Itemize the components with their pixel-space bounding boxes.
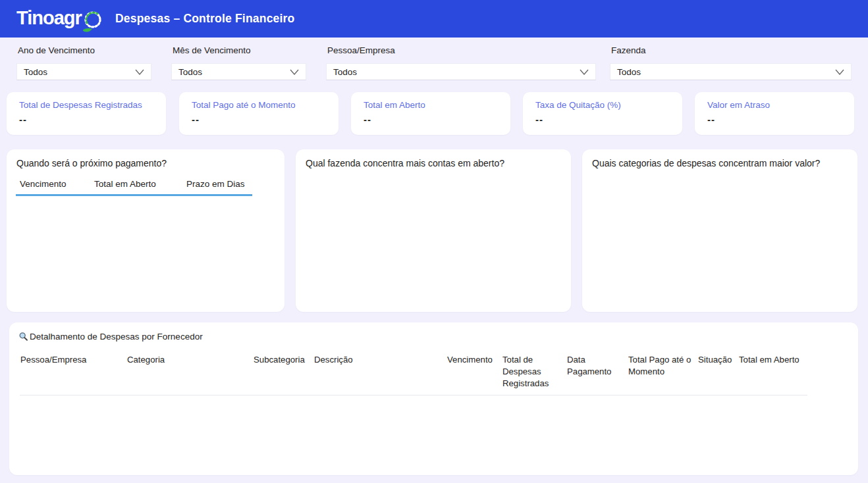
page-title: Despesas – Controle Financeiro [115,0,294,38]
column-header-total-em-aberto[interactable]: Total em Aberto [739,354,811,366]
column-header-categoria[interactable]: Categoria [127,354,246,366]
kpi-value: -- [535,114,543,125]
filter-label-ano-de-vencimento: Ano de Vencimento [18,45,95,55]
panel-categorias-maior-valor: Quais categorias de despesas concentram … [582,149,857,312]
logo-text: Tinoagr [16,5,82,31]
filter-label-fazenda: Fazenda [611,45,646,55]
column-header-total-pago-ate-momento[interactable]: Total Pago até o Momento [628,354,693,378]
table-header-separator [20,395,807,395]
kpi-card-valor-em-atraso: Valor em Atraso -- [695,92,854,135]
panel-detalhamento-despesas: Detalhamento de Despesas por Fornecedor … [9,322,858,475]
column-header-total-em-aberto[interactable]: Total em Aberto [94,179,156,189]
column-header-subcategoria[interactable]: Subcategoria [254,354,309,366]
column-header-situacao[interactable]: Situação [698,354,735,366]
kpi-card-total-em-aberto: Total em Aberto -- [351,92,510,135]
chevron-down-icon [290,69,299,75]
chevron-down-icon [835,69,844,75]
kpi-card-taxa-quitacao: Taxa de Quitação (%) -- [523,92,682,135]
kpi-title: Total de Despesas Registradas [19,100,142,110]
tinoagro-logo: Tinoagr [16,5,103,34]
dropdown-fazenda[interactable]: Todos [610,63,852,80]
kpi-card-total-pago: Total Pago até o Momento -- [179,92,339,135]
panel-fazenda-contas-aberto: Qual fazenda concentra mais contas em ab… [296,149,571,312]
kpi-value: -- [364,114,371,125]
dropdown-ano-de-vencimento[interactable]: Todos [16,63,151,80]
dropdown-value: Todos [617,67,641,77]
filter-label-mes-de-vencimento: Mês de Vencimento [173,45,251,55]
panel-title: Qual fazenda concentra mais contas em ab… [306,158,504,168]
detail-table-title-text: Detalhamento de Despesas por Fornecedor [30,332,203,342]
column-header-prazo-em-dias[interactable]: Prazo em Dias [186,179,245,189]
dropdown-pessoa-empresa[interactable]: Todos [326,63,596,80]
globe-icon [83,10,103,38]
kpi-title: Total Pago até o Momento [192,100,296,110]
kpi-card-total-despesas-registradas: Total de Despesas Registradas -- [7,92,166,135]
dropdown-value: Todos [178,67,202,77]
kpi-value: -- [19,114,27,125]
magnifier-icon [18,332,28,342]
dropdown-value: Todos [333,67,357,77]
kpi-title: Taxa de Quitação (%) [535,100,621,110]
app-header: Tinoagr Despesas – Controle Financeiro [0,0,868,38]
kpi-value: -- [192,114,200,125]
panel-title: Quando será o próximo pagamento? [16,158,167,168]
chevron-down-icon [135,69,144,75]
kpi-title: Total em Aberto [364,100,425,110]
column-header-pessoa-empresa[interactable]: Pessoa/Empresa [20,354,119,366]
kpi-title: Valor em Atraso [707,100,770,110]
column-header-total-despesas-registradas[interactable]: Total de Despesas Registradas [502,354,562,390]
table-header-underline [16,194,252,196]
column-header-descricao[interactable]: Descrição [314,354,439,366]
dropdown-mes-de-vencimento[interactable]: Todos [171,63,306,80]
column-header-vencimento[interactable]: Vencimento [447,354,497,366]
detail-table-title: Detalhamento de Despesas por Fornecedor [18,332,203,342]
chevron-down-icon [580,69,589,75]
column-header-vencimento[interactable]: Vencimento [20,179,67,189]
column-header-data-pagamento[interactable]: Data Pagamento [567,354,623,378]
panel-title: Quais categorias de despesas concentram … [592,158,820,168]
dropdown-value: Todos [24,67,47,77]
filter-label-pessoa-empresa: Pessoa/Empresa [327,45,395,55]
kpi-value: -- [707,114,715,125]
panel-proximo-pagamento: Quando será o próximo pagamento? Vencime… [7,149,285,312]
